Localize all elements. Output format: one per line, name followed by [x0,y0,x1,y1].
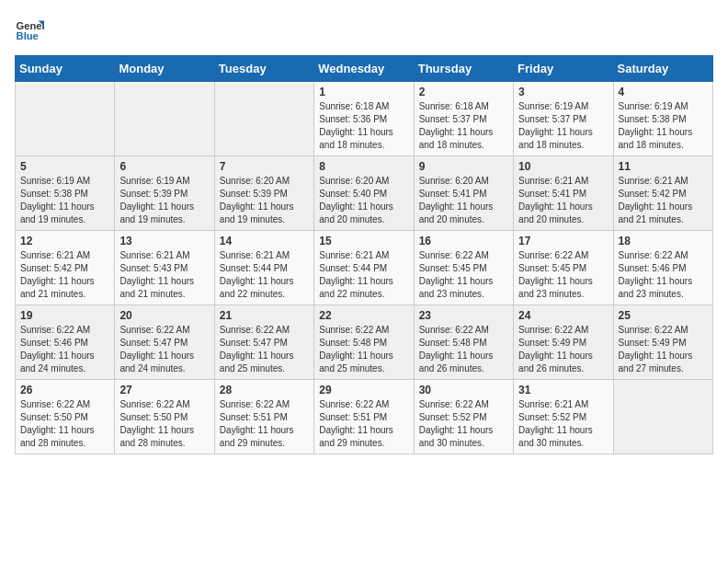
day-info: Sunrise: 6:21 AMSunset: 5:42 PMDaylight:… [20,249,109,301]
calendar-cell [115,82,214,156]
day-info: Sunrise: 6:22 AMSunset: 5:46 PMDaylight:… [619,249,708,301]
calendar-cell: 4Sunrise: 6:19 AMSunset: 5:38 PMDaylight… [613,82,712,156]
day-number: 17 [518,235,608,247]
calendar-cell [613,380,712,454]
day-info: Sunrise: 6:20 AMSunset: 5:41 PMDaylight:… [419,175,508,226]
day-number: 24 [518,309,608,322]
day-number: 21 [220,309,309,322]
weekday-header-wednesday: Wednesday [314,56,414,82]
calendar-cell: 25Sunrise: 6:22 AMSunset: 5:49 PMDayligh… [613,305,712,380]
calendar-cell: 12Sunrise: 6:21 AMSunset: 5:42 PMDayligh… [16,231,115,305]
weekday-header-thursday: Thursday [414,56,513,82]
calendar-cell: 17Sunrise: 6:22 AMSunset: 5:45 PMDayligh… [514,231,613,305]
day-number: 26 [20,384,109,396]
day-info: Sunrise: 6:21 AMSunset: 5:44 PMDaylight:… [319,249,408,301]
day-info: Sunrise: 6:22 AMSunset: 5:47 PMDaylight:… [220,324,309,375]
svg-text:Blue: Blue [17,30,39,41]
day-info: Sunrise: 6:22 AMSunset: 5:48 PMDaylight:… [419,324,508,375]
calendar-cell: 22Sunrise: 6:22 AMSunset: 5:48 PMDayligh… [314,305,414,380]
day-info: Sunrise: 6:21 AMSunset: 5:52 PMDaylight:… [518,398,608,450]
calendar-cell: 26Sunrise: 6:22 AMSunset: 5:50 PMDayligh… [16,380,115,454]
day-number: 15 [319,235,408,247]
weekday-header-tuesday: Tuesday [214,56,313,82]
calendar-cell: 16Sunrise: 6:22 AMSunset: 5:45 PMDayligh… [414,231,513,305]
day-info: Sunrise: 6:22 AMSunset: 5:45 PMDaylight:… [518,249,608,301]
day-info: Sunrise: 6:22 AMSunset: 5:50 PMDaylight:… [20,398,109,450]
calendar-cell: 18Sunrise: 6:22 AMSunset: 5:46 PMDayligh… [613,231,712,305]
day-info: Sunrise: 6:19 AMSunset: 5:38 PMDaylight:… [619,100,708,152]
day-number: 2 [419,86,508,98]
weekday-header-sunday: Sunday [16,56,115,82]
day-info: Sunrise: 6:21 AMSunset: 5:41 PMDaylight:… [518,175,608,226]
calendar-cell: 19Sunrise: 6:22 AMSunset: 5:46 PMDayligh… [16,305,115,380]
calendar-cell: 31Sunrise: 6:21 AMSunset: 5:52 PMDayligh… [514,380,613,454]
weekday-header-friday: Friday [514,56,613,82]
calendar-cell: 23Sunrise: 6:22 AMSunset: 5:48 PMDayligh… [414,305,513,380]
day-info: Sunrise: 6:21 AMSunset: 5:43 PMDaylight:… [119,249,209,301]
calendar-cell: 13Sunrise: 6:21 AMSunset: 5:43 PMDayligh… [115,231,214,305]
day-number: 29 [319,384,408,396]
day-number: 16 [419,235,508,247]
day-number: 30 [419,384,508,396]
day-info: Sunrise: 6:22 AMSunset: 5:51 PMDaylight:… [319,398,408,450]
calendar-cell: 24Sunrise: 6:22 AMSunset: 5:49 PMDayligh… [514,305,613,380]
logo: General Blue [15,15,48,44]
page-header: General Blue [15,15,713,44]
day-number: 27 [119,384,209,396]
day-number: 13 [119,235,209,247]
day-number: 20 [119,309,209,322]
day-number: 18 [619,235,708,247]
calendar-cell: 8Sunrise: 6:20 AMSunset: 5:40 PMDaylight… [314,156,414,231]
day-number: 19 [20,309,109,322]
day-number: 12 [20,235,109,247]
calendar-cell: 10Sunrise: 6:21 AMSunset: 5:41 PMDayligh… [514,156,613,231]
calendar-cell: 11Sunrise: 6:21 AMSunset: 5:42 PMDayligh… [613,156,712,231]
day-number: 31 [518,384,608,396]
calendar-cell: 3Sunrise: 6:19 AMSunset: 5:37 PMDaylight… [514,82,613,156]
day-number: 14 [220,235,309,247]
day-info: Sunrise: 6:22 AMSunset: 5:50 PMDaylight:… [119,398,209,450]
calendar-cell: 9Sunrise: 6:20 AMSunset: 5:41 PMDaylight… [414,156,513,231]
day-number: 1 [319,86,408,98]
day-number: 22 [319,309,408,322]
calendar-table: SundayMondayTuesdayWednesdayThursdayFrid… [15,55,713,454]
day-number: 28 [220,384,309,396]
calendar-cell [214,82,313,156]
calendar-cell: 20Sunrise: 6:22 AMSunset: 5:47 PMDayligh… [115,305,214,380]
logo-icon: General Blue [15,15,44,44]
calendar-cell [16,82,115,156]
day-info: Sunrise: 6:21 AMSunset: 5:42 PMDaylight:… [619,175,708,226]
day-number: 3 [518,86,608,98]
calendar-cell: 27Sunrise: 6:22 AMSunset: 5:50 PMDayligh… [115,380,214,454]
calendar-cell: 7Sunrise: 6:20 AMSunset: 5:39 PMDaylight… [214,156,313,231]
calendar-cell: 15Sunrise: 6:21 AMSunset: 5:44 PMDayligh… [314,231,414,305]
day-info: Sunrise: 6:18 AMSunset: 5:37 PMDaylight:… [419,100,508,152]
day-info: Sunrise: 6:22 AMSunset: 5:52 PMDaylight:… [419,398,508,450]
day-number: 5 [20,160,109,173]
day-number: 23 [419,309,508,322]
calendar-cell: 21Sunrise: 6:22 AMSunset: 5:47 PMDayligh… [214,305,313,380]
weekday-header-monday: Monday [115,56,214,82]
day-number: 25 [619,309,708,322]
calendar-cell: 6Sunrise: 6:19 AMSunset: 5:39 PMDaylight… [115,156,214,231]
day-info: Sunrise: 6:22 AMSunset: 5:46 PMDaylight:… [20,324,109,375]
calendar-cell: 28Sunrise: 6:22 AMSunset: 5:51 PMDayligh… [214,380,313,454]
day-number: 11 [619,160,708,173]
day-info: Sunrise: 6:20 AMSunset: 5:40 PMDaylight:… [319,175,408,226]
day-info: Sunrise: 6:21 AMSunset: 5:44 PMDaylight:… [220,249,309,301]
calendar-cell: 2Sunrise: 6:18 AMSunset: 5:37 PMDaylight… [414,82,513,156]
day-info: Sunrise: 6:22 AMSunset: 5:48 PMDaylight:… [319,324,408,375]
day-info: Sunrise: 6:22 AMSunset: 5:51 PMDaylight:… [220,398,309,450]
day-info: Sunrise: 6:18 AMSunset: 5:36 PMDaylight:… [319,100,408,152]
calendar-cell: 14Sunrise: 6:21 AMSunset: 5:44 PMDayligh… [214,231,313,305]
day-number: 8 [319,160,408,173]
day-number: 6 [119,160,209,173]
day-info: Sunrise: 6:22 AMSunset: 5:45 PMDaylight:… [419,249,508,301]
day-number: 10 [518,160,608,173]
day-info: Sunrise: 6:19 AMSunset: 5:38 PMDaylight:… [20,175,109,226]
day-number: 9 [419,160,508,173]
day-info: Sunrise: 6:20 AMSunset: 5:39 PMDaylight:… [220,175,309,226]
day-info: Sunrise: 6:22 AMSunset: 5:49 PMDaylight:… [518,324,608,375]
calendar-cell: 5Sunrise: 6:19 AMSunset: 5:38 PMDaylight… [16,156,115,231]
calendar-cell: 1Sunrise: 6:18 AMSunset: 5:36 PMDaylight… [314,82,414,156]
